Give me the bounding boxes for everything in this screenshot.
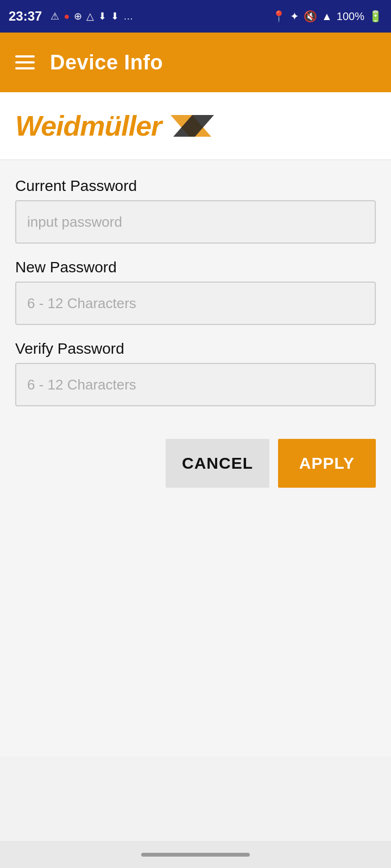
brand-logo-icon bbox=[168, 110, 217, 142]
status-right: 📍 ✦ 🔇 ▲ 100% 🔋 bbox=[272, 10, 382, 23]
battery-icon: 🔋 bbox=[369, 10, 382, 23]
bluetooth-icon: ✦ bbox=[290, 10, 299, 23]
logo-section: Weidmüller bbox=[0, 92, 391, 160]
bottom-handle bbox=[141, 853, 250, 857]
current-password-group: Current Password bbox=[15, 177, 376, 244]
more-icon: … bbox=[123, 11, 133, 22]
bottom-navigation-bar bbox=[0, 841, 391, 868]
battery-percent: 100% bbox=[337, 10, 364, 23]
hamburger-line-2 bbox=[15, 61, 35, 63]
download-icon-1: ⬇ bbox=[98, 10, 106, 22]
hamburger-line-3 bbox=[15, 67, 35, 69]
drive-icon: △ bbox=[86, 10, 94, 22]
warning-icon: ⚠ bbox=[51, 10, 59, 22]
apply-button[interactable]: APPLY bbox=[278, 439, 376, 488]
mute-icon: 🔇 bbox=[304, 10, 317, 23]
hamburger-line-1 bbox=[15, 55, 35, 58]
verify-password-input[interactable] bbox=[15, 363, 376, 406]
new-password-label: New Password bbox=[15, 259, 376, 276]
app-bar: Device Info bbox=[0, 33, 391, 92]
new-password-input[interactable] bbox=[15, 282, 376, 325]
sync-icon: ⊕ bbox=[74, 10, 82, 22]
wifi-icon: ▲ bbox=[321, 10, 332, 23]
hamburger-menu-button[interactable] bbox=[15, 55, 35, 69]
page-title: Device Info bbox=[50, 51, 163, 74]
action-buttons: CANCEL APPLY bbox=[15, 439, 376, 488]
brand-name: Weidmüller bbox=[15, 110, 161, 142]
status-time: 23:37 bbox=[9, 9, 42, 24]
new-password-group: New Password bbox=[15, 259, 376, 325]
main-content: Current Password New Password Verify Pas… bbox=[0, 160, 391, 757]
current-password-input[interactable] bbox=[15, 200, 376, 244]
verify-password-label: Verify Password bbox=[15, 340, 376, 358]
status-bar: 23:37 ⚠ ● ⊕ △ ⬇ ⬇ … 📍 ✦ 🔇 ▲ 100% 🔋 bbox=[0, 0, 391, 33]
color-wheel-icon: ● bbox=[64, 11, 70, 22]
download-icon-2: ⬇ bbox=[111, 10, 119, 22]
verify-password-group: Verify Password bbox=[15, 340, 376, 406]
status-left: 23:37 ⚠ ● ⊕ △ ⬇ ⬇ … bbox=[9, 9, 133, 24]
current-password-label: Current Password bbox=[15, 177, 376, 195]
location-icon: 📍 bbox=[272, 10, 286, 23]
cancel-button[interactable]: CANCEL bbox=[166, 439, 269, 488]
